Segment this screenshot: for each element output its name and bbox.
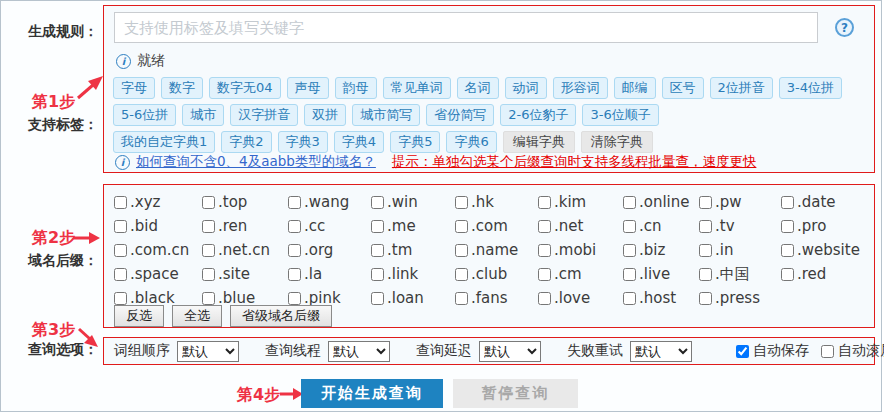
dict-tag-button[interactable]: 字典3: [278, 131, 328, 153]
suffix-checkbox-item[interactable]: .cm: [538, 265, 623, 283]
suffix-checkbox[interactable]: [202, 268, 215, 281]
tag-button[interactable]: 形容词: [553, 77, 608, 99]
suffix-checkbox[interactable]: [288, 196, 301, 209]
suffix-checkbox-item[interactable]: .ren: [202, 217, 288, 235]
clear-dict-button[interactable]: 清除字典: [581, 131, 653, 153]
suffix-checkbox[interactable]: [623, 220, 636, 233]
suffix-checkbox[interactable]: [371, 292, 384, 305]
suffix-checkbox[interactable]: [202, 220, 215, 233]
autosave-checkbox[interactable]: [736, 345, 749, 358]
tag-button[interactable]: 声母: [287, 77, 329, 99]
suffix-checkbox-item[interactable]: .site: [202, 265, 288, 283]
suffix-checkbox-item[interactable]: .net: [538, 217, 623, 235]
tag-button[interactable]: 2位拼音: [710, 77, 773, 99]
tag-button[interactable]: 动词: [505, 77, 547, 99]
suffix-checkbox[interactable]: [371, 268, 384, 281]
tag-button[interactable]: 省份简写: [426, 104, 494, 126]
retry-select[interactable]: 默认: [630, 341, 692, 362]
suffix-checkbox[interactable]: [538, 220, 551, 233]
suffix-checkbox-item[interactable]: .space: [114, 265, 202, 283]
suffix-checkbox-item[interactable]: .bid: [114, 217, 202, 235]
suffix-checkbox-item[interactable]: .club: [455, 265, 538, 283]
suffix-checkbox[interactable]: [538, 268, 551, 281]
suffix-checkbox-item[interactable]: .xyz: [114, 193, 202, 211]
edit-dict-button[interactable]: 编辑字典: [503, 131, 575, 153]
suffix-checkbox[interactable]: [455, 196, 468, 209]
autoscroll-toggle[interactable]: 自动滚屏: [821, 342, 884, 360]
suffix-checkbox[interactable]: [538, 244, 551, 257]
suffix-checkbox[interactable]: [699, 220, 712, 233]
suffix-checkbox[interactable]: [371, 220, 384, 233]
suffix-checkbox-item[interactable]: .com.cn: [114, 241, 202, 259]
query-thread-select[interactable]: 默认: [328, 341, 390, 362]
suffix-checkbox-item[interactable]: .website: [781, 241, 870, 259]
suffix-checkbox[interactable]: [781, 196, 794, 209]
suffix-checkbox-item[interactable]: .top: [202, 193, 288, 211]
suffix-checkbox[interactable]: [781, 268, 794, 281]
suffix-checkbox-item[interactable]: .pw: [699, 193, 781, 211]
suffix-checkbox-item[interactable]: .cc: [288, 217, 371, 235]
tag-button[interactable]: 邮编: [614, 77, 656, 99]
suffix-checkbox[interactable]: [288, 220, 301, 233]
suffix-checkbox[interactable]: [623, 268, 636, 281]
pause-query-button[interactable]: 暂停查询: [453, 379, 578, 408]
tag-button[interactable]: 2-6位豹子: [500, 104, 576, 126]
suffix-checkbox-item[interactable]: .tm: [371, 241, 455, 259]
suffix-checkbox[interactable]: [623, 196, 636, 209]
word-order-select[interactable]: 默认: [177, 341, 239, 362]
tag-button[interactable]: 名词: [457, 77, 499, 99]
suffix-checkbox[interactable]: [288, 292, 301, 305]
suffix-checkbox[interactable]: [371, 196, 384, 209]
suffix-checkbox-item[interactable]: .cn: [623, 217, 699, 235]
suffix-checkbox-item[interactable]: .wang: [288, 193, 371, 211]
tag-button[interactable]: 3-6位顺子: [582, 104, 658, 126]
suffix-checkbox-item[interactable]: .love: [538, 289, 623, 307]
suffix-checkbox-item[interactable]: .hk: [455, 193, 538, 211]
suffix-checkbox[interactable]: [114, 292, 127, 305]
suffix-checkbox-item[interactable]: .host: [623, 289, 699, 307]
tag-button[interactable]: 韵母: [335, 77, 377, 99]
suffix-checkbox[interactable]: [114, 244, 127, 257]
suffix-checkbox-item[interactable]: .live: [623, 265, 699, 283]
autosave-toggle[interactable]: 自动保存: [736, 342, 809, 360]
help-icon[interactable]: ?: [835, 18, 854, 37]
provincial-suffix-button[interactable]: 省级域名后缀: [230, 305, 332, 327]
dict-tag-button[interactable]: 字典2: [221, 131, 271, 153]
suffix-checkbox[interactable]: [538, 196, 551, 209]
suffix-checkbox-item[interactable]: .中国: [699, 265, 781, 284]
suffix-checkbox[interactable]: [114, 268, 127, 281]
suffix-checkbox[interactable]: [781, 244, 794, 257]
suffix-checkbox-item[interactable]: .com: [455, 217, 538, 235]
tag-button[interactable]: 5-6位拼: [113, 104, 176, 126]
tag-button[interactable]: 3-4位拼: [779, 77, 842, 99]
suffix-checkbox-item[interactable]: .date: [781, 193, 870, 211]
dict-tag-button[interactable]: 字典6: [446, 131, 496, 153]
suffix-checkbox[interactable]: [699, 268, 712, 281]
suffix-checkbox-item[interactable]: .win: [371, 193, 455, 211]
tag-button[interactable]: 汉字拼音: [230, 104, 298, 126]
suffix-checkbox[interactable]: [781, 220, 794, 233]
suffix-checkbox[interactable]: [455, 268, 468, 281]
suffix-checkbox[interactable]: [623, 292, 636, 305]
suffix-checkbox[interactable]: [288, 244, 301, 257]
suffix-checkbox-item[interactable]: .name: [455, 241, 538, 259]
suffix-checkbox-item[interactable]: .tv: [699, 217, 781, 235]
suffix-checkbox-item[interactable]: .mobi: [538, 241, 623, 259]
suffix-checkbox[interactable]: [371, 244, 384, 257]
invert-selection-button[interactable]: 反选: [114, 305, 164, 327]
suffix-checkbox-item[interactable]: .loan: [371, 289, 455, 307]
tag-button[interactable]: 数字无04: [209, 77, 281, 99]
suffix-checkbox[interactable]: [455, 244, 468, 257]
tag-button[interactable]: 城市: [182, 104, 224, 126]
suffix-checkbox[interactable]: [202, 196, 215, 209]
suffix-checkbox-item[interactable]: .in: [699, 241, 781, 259]
suffix-checkbox-item[interactable]: .link: [371, 265, 455, 283]
suffix-checkbox-item[interactable]: .biz: [623, 241, 699, 259]
tag-button[interactable]: 数字: [161, 77, 203, 99]
suffix-checkbox[interactable]: [699, 196, 712, 209]
suffix-checkbox-item[interactable]: .kim: [538, 193, 623, 211]
suffix-checkbox-item[interactable]: .press: [699, 289, 781, 307]
dict-tag-button[interactable]: 字典4: [334, 131, 384, 153]
suffix-checkbox[interactable]: [202, 244, 215, 257]
suffix-checkbox[interactable]: [202, 292, 215, 305]
